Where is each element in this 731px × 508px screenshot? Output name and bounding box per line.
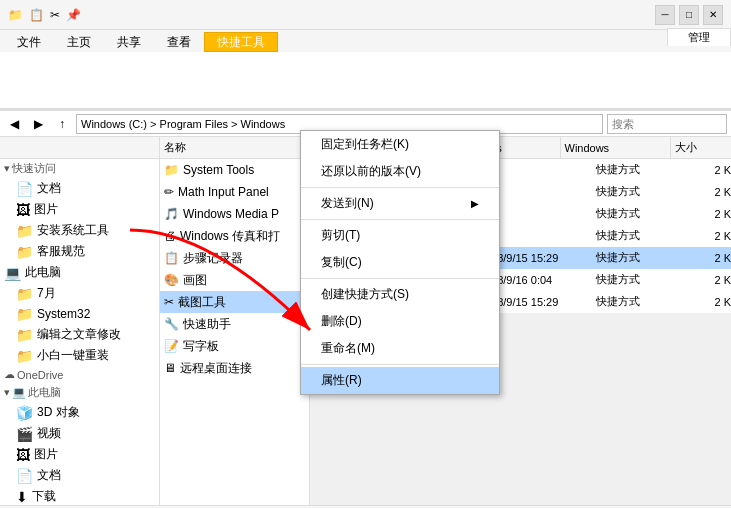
second-col-item-wmedia[interactable]: 🎵 Windows Media P bbox=[160, 203, 309, 225]
app-icon-paint: 🎨 bbox=[164, 273, 179, 287]
doc-icon: 📄 bbox=[16, 468, 33, 484]
toolbar-icon-copy: 📋 bbox=[29, 8, 44, 22]
ribbon-content bbox=[0, 52, 731, 110]
3d-icon: 🧊 bbox=[16, 405, 33, 421]
second-col-item-snip[interactable]: ✂ 截图工具 bbox=[160, 291, 309, 313]
app-icon-wp: 📝 bbox=[164, 339, 179, 353]
context-menu-item-restore[interactable]: 还原以前的版本(V) bbox=[301, 158, 499, 185]
second-col-item-wordpad[interactable]: 📝 写字板 bbox=[160, 335, 309, 357]
context-menu-item-pintaskbar[interactable]: 固定到任务栏(K) bbox=[301, 131, 499, 158]
picture-icon: 🖼 bbox=[16, 202, 30, 218]
sidebar-item-documents[interactable]: 📄 文档 bbox=[0, 178, 159, 199]
breadcrumb: Windows (C:) > Program Files > Windows bbox=[81, 118, 285, 130]
folder-icon-install: 📁 bbox=[16, 223, 33, 239]
sidebar-item-video[interactable]: 🎬 视频 bbox=[0, 423, 159, 444]
folder-icon-article: 📁 bbox=[16, 327, 33, 343]
window-controls: ─ □ ✕ bbox=[655, 5, 723, 25]
minimize-button[interactable]: ─ bbox=[655, 5, 675, 25]
second-col-item-mathinput[interactable]: ✏ Math Input Panel bbox=[160, 181, 309, 203]
second-col-item-systemtools[interactable]: 📁 System Tools bbox=[160, 159, 309, 181]
forward-button[interactable]: ▶ bbox=[28, 114, 48, 134]
title-bar: 📁 📋 ✂ 📌 ─ □ ✕ bbox=[0, 0, 731, 30]
context-menu-item-sendto[interactable]: 发送到(N) ▶ bbox=[301, 190, 499, 217]
second-col-item-quickassist[interactable]: 🔧 快速助手 bbox=[160, 313, 309, 335]
folder-icon-july: 📁 bbox=[16, 286, 33, 302]
submenu-arrow: ▶ bbox=[471, 198, 479, 209]
computer-icon: 💻 bbox=[4, 265, 21, 281]
sidebar: ▾快速访问 📄 文档 🖼 图片 📁 安装系统工具 📁 客服规范 💻 此电脑 📁 … bbox=[0, 159, 160, 505]
sidebar-item-install-tools[interactable]: 📁 安装系统工具 bbox=[0, 220, 159, 241]
pic-icon: 🖼 bbox=[16, 447, 30, 463]
sidebar-item-download[interactable]: ⬇ 下载 bbox=[0, 486, 159, 505]
folder-icon: 📁 bbox=[8, 8, 23, 22]
app-icon-rdp: 🖥 bbox=[164, 361, 176, 375]
onedrive-section[interactable]: ☁OneDrive bbox=[0, 366, 159, 383]
manage-label: 管理 bbox=[667, 28, 731, 46]
sidebar-item-thispc[interactable]: 💻 此电脑 bbox=[0, 262, 159, 283]
sidebar-item-doc[interactable]: 📄 文档 bbox=[0, 465, 159, 486]
sidebar-item-3d[interactable]: 🧊 3D 对象 bbox=[0, 402, 159, 423]
tab-home[interactable]: 主页 bbox=[54, 32, 104, 52]
app-icon-snip: ✂ bbox=[164, 295, 174, 309]
maximize-button[interactable]: □ bbox=[679, 5, 699, 25]
tab-share[interactable]: 共享 bbox=[104, 32, 154, 52]
context-separator-3 bbox=[301, 278, 499, 279]
close-button[interactable]: ✕ bbox=[703, 5, 723, 25]
app-icon-qa: 🔧 bbox=[164, 317, 179, 331]
context-menu-item-properties[interactable]: 属性(R) bbox=[301, 367, 499, 394]
sidebar-item-system32[interactable]: 📁 System32 bbox=[0, 304, 159, 324]
folder-icon-kefu: 📁 bbox=[16, 244, 33, 260]
sidebar-item-july[interactable]: 📁 7月 bbox=[0, 283, 159, 304]
app-icon-fax: 🖨 bbox=[164, 229, 176, 243]
second-col-item-steps[interactable]: 📋 步骤记录器 bbox=[160, 247, 309, 269]
toolbar-icon-cut: ✂ bbox=[50, 8, 60, 22]
context-menu-item-cut[interactable]: 剪切(T) bbox=[301, 222, 499, 249]
app-icon-math: ✏ bbox=[164, 185, 174, 199]
ribbon-tabs: 文件 主页 共享 查看 快捷工具 bbox=[0, 30, 731, 52]
context-menu: 固定到任务栏(K) 还原以前的版本(V) 发送到(N) ▶ 剪切(T) 复制(C… bbox=[300, 130, 500, 395]
download-icon: ⬇ bbox=[16, 489, 28, 505]
context-menu-item-delete[interactable]: 删除(D) bbox=[301, 308, 499, 335]
quick-access-section[interactable]: ▾快速访问 bbox=[0, 159, 159, 178]
sidebar-item-article[interactable]: 📁 编辑之文章修改 bbox=[0, 324, 159, 345]
sidebar-item-pictures[interactable]: 🖼 图片 bbox=[0, 199, 159, 220]
toolbar-icon-pin: 📌 bbox=[66, 8, 81, 22]
second-column: 📁 System Tools ✏ Math Input Panel 🎵 Wind… bbox=[160, 159, 310, 505]
folder-icon-st: 📁 bbox=[164, 163, 179, 177]
second-col-item-rdp[interactable]: 🖥 远程桌面连接 bbox=[160, 357, 309, 379]
context-menu-item-rename[interactable]: 重命名(M) bbox=[301, 335, 499, 362]
tab-file[interactable]: 文件 bbox=[4, 32, 54, 52]
sidebar-item-kefu[interactable]: 📁 客服规范 bbox=[0, 241, 159, 262]
ribbon: 管理 文件 主页 共享 查看 快捷工具 bbox=[0, 30, 731, 111]
back-button[interactable]: ◀ bbox=[4, 114, 24, 134]
app-icon-steps: 📋 bbox=[164, 251, 179, 265]
second-col-item-paint[interactable]: 🎨 画图 bbox=[160, 269, 309, 291]
thispc-section[interactable]: ▾💻此电脑 bbox=[0, 383, 159, 402]
sidebar-item-pic[interactable]: 🖼 图片 bbox=[0, 444, 159, 465]
video-icon: 🎬 bbox=[16, 426, 33, 442]
context-separator-1 bbox=[301, 187, 499, 188]
tab-quicktool[interactable]: 快捷工具 bbox=[204, 32, 278, 52]
context-menu-item-copy[interactable]: 复制(C) bbox=[301, 249, 499, 276]
sidebar-item-xiaobai[interactable]: 📁 小白一键重装 bbox=[0, 345, 159, 366]
up-button[interactable]: ↑ bbox=[52, 114, 72, 134]
context-separator-4 bbox=[301, 364, 499, 365]
context-separator-2 bbox=[301, 219, 499, 220]
search-input[interactable] bbox=[607, 114, 727, 134]
document-icon: 📄 bbox=[16, 181, 33, 197]
context-menu-item-createshortcut[interactable]: 创建快捷方式(S) bbox=[301, 281, 499, 308]
second-col-item-fax[interactable]: 🖨 Windows 传真和打 bbox=[160, 225, 309, 247]
folder-icon-sys32: 📁 bbox=[16, 306, 33, 322]
app-icon-wmedia: 🎵 bbox=[164, 207, 179, 221]
tab-view[interactable]: 查看 bbox=[154, 32, 204, 52]
folder-icon-xiaobai: 📁 bbox=[16, 348, 33, 364]
